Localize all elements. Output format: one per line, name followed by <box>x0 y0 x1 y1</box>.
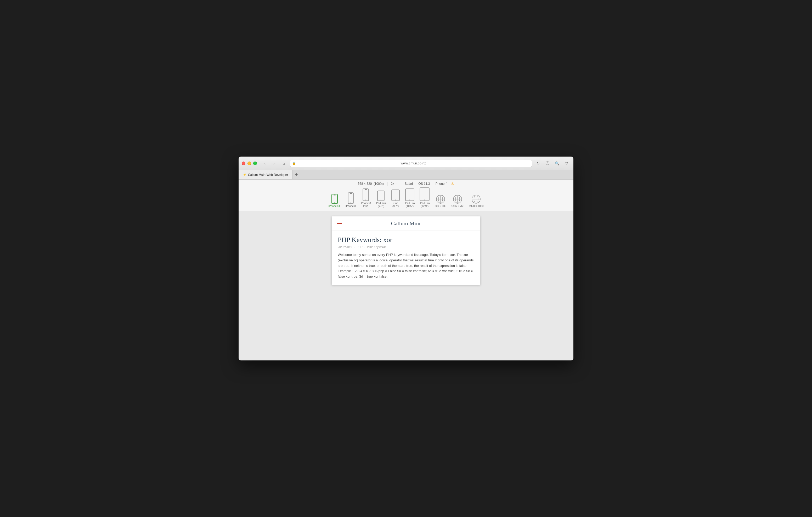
device-ipad-pro-12[interactable]: iPad Pro (12.9") <box>419 187 430 208</box>
title-bar: ‹ › ⌂ 🔒 www.cmuir.co.nz ↻ ⓪ 🔍 🛡 <box>239 157 573 170</box>
responsive-toolbar: 568 × 320 (100%) | 2x ⌃ | Safari — iOS 1… <box>239 180 573 211</box>
device-ipad-pro-10[interactable]: iPad Pro (10.5") <box>405 188 415 208</box>
svg-rect-11 <box>392 190 400 201</box>
url-text: www.cmuir.co.nz <box>297 161 530 165</box>
device-800x600[interactable]: 800 × 600 <box>435 194 446 208</box>
article-date: 20/02/2019 <box>338 245 352 249</box>
dimensions-text: 568 × 320 (100%) <box>358 182 384 186</box>
svg-point-8 <box>366 200 366 201</box>
svg-rect-0 <box>332 194 338 204</box>
back-button[interactable]: ‹ <box>261 160 269 166</box>
iphone-se-label: iPhone SE <box>328 205 341 208</box>
responsive-info: 568 × 320 (100%) | 2x ⌃ | Safari — iOS 1… <box>358 182 455 186</box>
ipad-pro-10-label: iPad Pro (10.5") <box>405 202 415 208</box>
ipad-pro-12-icon <box>419 187 430 201</box>
iphone-8-plus-label: iPhone 8 Plus <box>360 202 371 208</box>
svg-rect-1 <box>334 195 336 195</box>
ipad-label: iPad (9.7") <box>393 202 399 208</box>
add-tab-button[interactable]: + <box>292 170 300 179</box>
close-button[interactable] <box>242 161 245 165</box>
1366x768-label: 1366 × 768 <box>451 205 464 208</box>
iphone-8-label: iPhone 8 <box>346 205 356 208</box>
device-iphone-8-plus[interactable]: iPhone 8 Plus <box>360 188 371 208</box>
svg-point-16 <box>424 200 425 201</box>
article-title: PHP Keywords: xor <box>338 236 474 244</box>
ipad-mini-icon <box>377 190 385 201</box>
800x600-icon <box>436 194 445 204</box>
warning-icon: ⚠ <box>451 182 454 186</box>
site-header: Callum Muir <box>332 216 480 231</box>
svg-rect-15 <box>420 188 429 201</box>
user-agent-button[interactable]: Safari — iOS 11.3 — iPhone ⌃ <box>405 182 448 186</box>
device-iphone-se[interactable]: iPhone SE <box>328 194 341 208</box>
site-main: PHP Keywords: xor 20/02/2019 · PHP · PHP… <box>332 231 480 285</box>
hamburger-line-2 <box>337 223 342 224</box>
device-ipad[interactable]: iPad (9.7") <box>391 189 400 208</box>
hamburger-line-1 <box>337 222 342 222</box>
svg-point-14 <box>409 200 410 201</box>
iphone-8-icon <box>348 192 354 204</box>
svg-rect-6 <box>363 189 369 201</box>
reload-button[interactable]: ↻ <box>534 160 542 166</box>
address-bar[interactable]: 🔒 www.cmuir.co.nz <box>290 160 532 167</box>
svg-rect-4 <box>350 193 352 194</box>
lock-icon: 🔒 <box>292 161 296 165</box>
device-1366x768[interactable]: 1366 × 768 <box>451 194 464 208</box>
article-cat2: PHP Keywords <box>367 245 386 249</box>
forward-button[interactable]: › <box>270 160 278 166</box>
ipad-mini-label: iPad mini (7.9") <box>376 202 386 208</box>
browser-window: ‹ › ⌂ 🔒 www.cmuir.co.nz ↻ ⓪ 🔍 🛡 ⚡ Callum… <box>239 157 573 360</box>
1920x1080-icon <box>471 194 481 204</box>
device-iphone-8[interactable]: iPhone 8 <box>346 192 356 208</box>
toolbar-right: ↻ ⓪ 🔍 🛡 <box>534 160 570 166</box>
ipad-icon <box>391 189 400 201</box>
separator1: | <box>387 182 388 186</box>
ipad-pro-12-label: iPad Pro (12.9") <box>419 202 430 208</box>
device-1920x1080[interactable]: 1920 × 1080 <box>469 194 484 208</box>
separator2: | <box>401 182 402 186</box>
article-cat1: PHP <box>356 245 362 249</box>
svg-rect-9 <box>377 191 384 201</box>
tab-favicon: ⚡ <box>243 173 246 176</box>
device-ipad-mini[interactable]: iPad mini (7.9") <box>376 190 386 208</box>
tab-label: Callum Muir: Web Developer <box>248 173 288 177</box>
svg-point-12 <box>395 200 396 201</box>
iphone-8-plus-icon <box>362 188 369 201</box>
article-meta: 20/02/2019 · PHP · PHP Keywords <box>338 245 474 249</box>
browser-content: Callum Muir PHP Keywords: xor 20/02/2019… <box>239 211 573 360</box>
hamburger-line-3 <box>337 225 342 225</box>
hamburger-menu[interactable] <box>337 222 342 225</box>
svg-point-2 <box>334 203 335 203</box>
svg-rect-13 <box>405 189 414 201</box>
share-button[interactable]: ⓪ <box>544 160 551 166</box>
svg-rect-7 <box>365 189 367 190</box>
tab-bar: ⚡ Callum Muir: Web Developer + <box>239 170 573 180</box>
pixel-ratio-button[interactable]: 2x ⌃ <box>391 182 397 186</box>
article-body: Welcome to my series on every PHP keywor… <box>338 252 474 279</box>
svg-rect-3 <box>348 193 353 204</box>
maximize-button[interactable] <box>253 161 257 165</box>
traffic-lights <box>242 161 257 165</box>
ipad-pro-10-icon <box>405 188 415 201</box>
svg-point-10 <box>381 200 381 201</box>
site-title: Callum Muir <box>391 220 421 227</box>
iphone-se-icon <box>331 194 338 204</box>
home-button[interactable]: ⌂ <box>280 160 288 166</box>
device-picker: iPhone SE iPhone 8 <box>328 187 484 209</box>
minimize-button[interactable] <box>248 161 251 165</box>
1366x768-icon <box>453 194 462 204</box>
svg-point-5 <box>350 203 351 203</box>
active-tab[interactable]: ⚡ Callum Muir: Web Developer <box>239 170 292 179</box>
search-button[interactable]: 🔍 <box>553 160 561 166</box>
1920x1080-label: 1920 × 1080 <box>469 205 484 208</box>
extensions-button[interactable]: 🛡 <box>562 160 570 166</box>
site-preview: Callum Muir PHP Keywords: xor 20/02/2019… <box>332 216 480 285</box>
800x600-label: 800 × 600 <box>435 205 446 208</box>
